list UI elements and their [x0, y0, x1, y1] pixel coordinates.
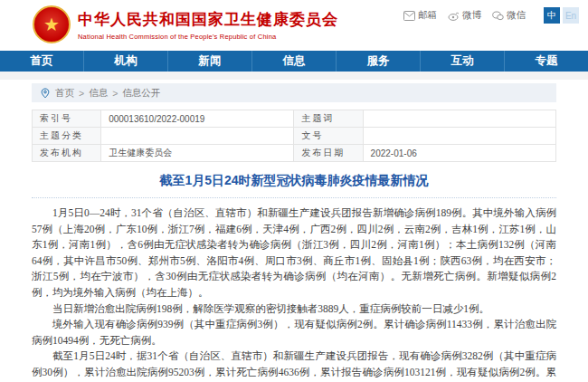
meta-value-index: 000013610/2022-00019	[101, 110, 294, 128]
breadcrumb-separator: >	[112, 88, 118, 99]
site-header: ★ 中华人民共和国国家卫生健康委员会 National Health Commi…	[0, 0, 588, 51]
location-pin-icon	[41, 88, 50, 99]
breadcrumb-home[interactable]: 首页	[55, 87, 74, 100]
article-paragraph: 1月5日0—24时，31个省（自治区、直辖市）和新疆生产建设兵团报告新增确诊病例…	[32, 205, 556, 301]
table-row: 索引号 000013610/2022-00019 主题词	[33, 110, 556, 128]
nav-item-interact[interactable]: 互动	[421, 51, 505, 72]
meta-value-pubdate: 2022-01-06	[363, 145, 555, 162]
meta-value-docnumber	[363, 128, 555, 145]
nav-item-info[interactable]: 信息	[252, 51, 337, 72]
wechat-icon	[492, 11, 504, 21]
article-paragraph: 截至1月5日24时，据31个省（自治区、直辖市）和新疆生产建设兵团报告，现有确诊…	[32, 349, 556, 382]
nav-item-orgs[interactable]: 机构	[84, 51, 168, 72]
weibo-link[interactable]: 微博	[448, 9, 481, 22]
article-title: 截至1月5日24时新型冠状病毒肺炎疫情最新情况	[32, 173, 556, 198]
breadcrumb: 首页 > 信息 > 信息公开	[32, 83, 556, 102]
meta-label-docnumber: 文号	[294, 128, 363, 145]
national-emblem-logo: ★	[33, 5, 71, 43]
document-meta-table: 索引号 000013610/2022-00019 主题词 主题分类 文号 发布机…	[32, 110, 556, 162]
site-title: 中华人民共和国国家卫生健康委员会	[78, 9, 338, 30]
site-subtitle: National Health Commission of the People…	[78, 33, 338, 41]
nav-item-home[interactable]: 首页	[0, 51, 84, 72]
nav-item-services[interactable]: 服务	[337, 51, 421, 72]
table-row: 主题分类 文号	[33, 128, 556, 145]
nav-item-topics[interactable]: 专题	[505, 51, 588, 72]
nav-substrip	[0, 72, 588, 80]
meta-value-subject	[363, 110, 555, 128]
weibo-icon	[448, 11, 460, 21]
weibo-label: 微博	[462, 9, 481, 22]
main-nav: 首页 机构 新闻 信息 服务 互动 专题	[0, 51, 588, 72]
meta-label-category: 主题分类	[33, 128, 101, 145]
nav-item-news[interactable]: 新闻	[168, 51, 252, 72]
mail-icon	[403, 11, 415, 21]
mail-link[interactable]: 邮箱	[403, 9, 437, 22]
article-body: 1月5日0—24时，31个省（自治区、直辖市）和新疆生产建设兵团报告新增确诊病例…	[32, 205, 556, 382]
header-quick-links: 邮箱 微博 微信 中 En	[403, 7, 579, 24]
mail-label: 邮箱	[418, 9, 437, 22]
article-paragraph: 当日新增治愈出院病例198例，解除医学观察的密切接触者3889人，重症病例较前一…	[32, 301, 556, 318]
lang-en-button[interactable]: En	[563, 7, 579, 24]
meta-value-category	[101, 128, 294, 145]
lang-zh-button[interactable]: 中	[544, 7, 560, 24]
table-row: 发布机构 卫生健康委员会 发布日期 2022-01-06	[33, 145, 556, 162]
meta-label-index: 索引号	[33, 110, 101, 128]
wechat-label: 微信	[507, 9, 526, 22]
meta-label-subject: 主题词	[294, 110, 363, 128]
breadcrumb-info[interactable]: 信息	[89, 87, 108, 100]
article-paragraph: 境外输入现有确诊病例939例（其中重症病例3例），现有疑似病例2例。累计确诊病例…	[32, 317, 556, 349]
meta-label-pubdate: 发布日期	[294, 145, 363, 162]
breadcrumb-disclosure[interactable]: 信息公开	[122, 87, 160, 100]
meta-value-publisher: 卫生健康委员会	[101, 145, 294, 162]
breadcrumb-separator: >	[79, 88, 84, 99]
meta-label-publisher: 发布机构	[33, 145, 101, 162]
site-brand: ★ 中华人民共和国国家卫生健康委员会 National Health Commi…	[33, 5, 338, 43]
language-switch: 中 En	[544, 7, 579, 24]
wechat-link[interactable]: 微信	[492, 9, 526, 22]
